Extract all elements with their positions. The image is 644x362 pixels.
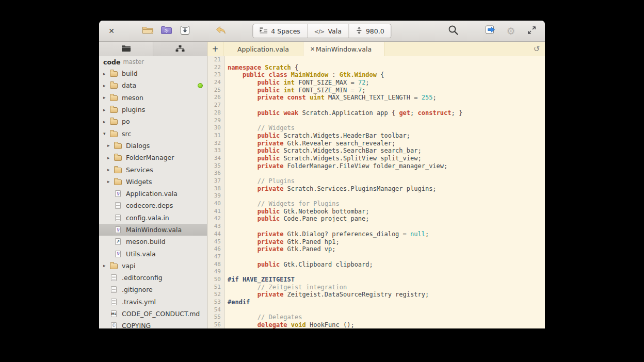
collapse-arrow-icon[interactable]: ▾ (103, 131, 110, 136)
code-line[interactable]: 22namespace Scratch { (207, 64, 545, 72)
tree-item-.travis.yml[interactable]: .travis.yml (99, 296, 207, 308)
save-button[interactable] (178, 24, 192, 38)
code-line[interactable]: 28 public weak Scratch.Application app {… (207, 109, 545, 117)
code-line[interactable]: 45 private Gtk.Paned hp1; (207, 238, 545, 246)
code-line[interactable]: 49 (207, 268, 545, 276)
tab-Application.vala[interactable]: Application.vala (223, 42, 303, 56)
tree-item-config.vala.in[interactable]: config.vala.in (99, 212, 207, 224)
expand-arrow-icon[interactable]: ▸ (107, 179, 114, 184)
format-button-lineheight[interactable]: 980.0 (349, 24, 391, 38)
search-button[interactable] (446, 24, 460, 38)
tree-item-meson[interactable]: ▸meson (99, 92, 207, 104)
header-toolbar: ✕ 4 Spaces</>Vala980.0 ⚙ (99, 21, 545, 42)
expand-arrow-icon[interactable]: ▸ (103, 83, 110, 88)
open-file-button[interactable] (140, 24, 155, 38)
code-line[interactable]: 25 public int FONT_SIZE_MIN = 7; (207, 87, 545, 94)
code-line[interactable]: 33 public Scratch.Widgets.SearchBar sear… (207, 147, 545, 155)
code-line[interactable]: 40 // Widgets for Plugins (207, 200, 545, 208)
code-line[interactable]: 55 // Delegates (207, 314, 545, 321)
tree-item-.editorconfig[interactable]: .editorconfig (99, 272, 207, 284)
expand-arrow-icon[interactable]: ▸ (107, 155, 114, 160)
code-line[interactable]: 36 (207, 170, 545, 177)
tree-item-vapi[interactable]: ▸vapi (99, 260, 207, 272)
code-line[interactable]: 42 public Code.Pane project_pane; (207, 215, 545, 223)
code-line[interactable]: 39 (207, 192, 545, 200)
code-line[interactable]: 23 public class MainWindow : Gtk.Window … (207, 71, 545, 79)
tree-item-data[interactable]: ▸data (99, 79, 207, 91)
tree-item-CODE_OF_CONDUCT.md[interactable]: CODE_OF_CONDUCT.md (99, 308, 207, 320)
templates-button[interactable] (159, 24, 173, 38)
code-text: private Scratch.Services.PluginsManager … (225, 185, 437, 193)
code-line[interactable]: 50#if HAVE_ZEITGEIST (207, 276, 545, 284)
tree-item-.gitignore[interactable]: .gitignore (99, 284, 207, 295)
tree-item-COPYING[interactable]: COPYING (99, 320, 207, 328)
tree-item-Utils.vala[interactable]: Utils.vala (99, 248, 207, 259)
undo-button[interactable] (214, 24, 228, 38)
code-line[interactable]: 54 (207, 306, 545, 314)
code-line[interactable]: 53#endif (207, 299, 545, 306)
code-line[interactable]: 32 private Gtk.Revealer search_revealer; (207, 140, 545, 147)
tree-item-Services[interactable]: ▸Services (99, 163, 207, 175)
expand-arrow-icon[interactable]: ▸ (103, 263, 110, 268)
settings-button[interactable]: ⚙ (504, 24, 518, 38)
code-line[interactable]: 30 // Widgets (207, 124, 545, 132)
files-view-button[interactable] (99, 42, 153, 56)
code-line[interactable]: 48 public Gtk.Clipboard clipboard; (207, 261, 545, 269)
code-line[interactable]: 24 public int FONT_SIZE_MAX = 72; (207, 79, 545, 87)
tree-item-po[interactable]: ▸po (99, 116, 207, 127)
tree-item-build[interactable]: ▸build (99, 68, 207, 79)
tree-item-FolderManager[interactable]: ▸FolderManager (99, 152, 207, 163)
tree-item-label: vapi (122, 262, 135, 270)
tree-item-codecore.deps[interactable]: codecore.deps (99, 200, 207, 211)
code-line[interactable]: 44 private Gtk.Dialog? preferences_dialo… (207, 231, 545, 238)
code-text: private Gtk.Revealer search_revealer; (225, 140, 395, 147)
line-number: 21 (207, 56, 225, 64)
expand-arrow-icon[interactable]: ▸ (103, 107, 110, 112)
modified-badge (198, 83, 203, 88)
expand-arrow-icon[interactable]: ▸ (103, 71, 110, 76)
code-line[interactable]: 43 (207, 223, 545, 231)
code-line[interactable]: 35 private FolderManager.FileView folder… (207, 162, 545, 170)
code-line[interactable]: 34 public Scratch.Widgets.SplitView spli… (207, 155, 545, 162)
tree-item-src[interactable]: ▾src (99, 127, 207, 139)
line-number: 50 (207, 276, 225, 284)
tree-item-meson.build[interactable]: meson.build (99, 236, 207, 248)
tree-item-Widgets[interactable]: ▸Widgets (99, 176, 207, 188)
code-line[interactable]: 56 delegate void HookFunc (); (207, 321, 545, 328)
expand-arrow-icon[interactable]: ▸ (107, 143, 114, 148)
code-line[interactable]: 26 private const uint MAX_SEARCH_TEXT_LE… (207, 94, 545, 102)
code-line[interactable]: 29 (207, 117, 545, 125)
new-tab-button[interactable]: + (207, 42, 223, 56)
expand-arrow-icon[interactable]: ▸ (103, 95, 110, 100)
code-line[interactable]: 46 private Gtk.Paned vp; (207, 245, 545, 253)
code-line[interactable]: 51 // Zeitgeist integration (207, 284, 545, 291)
code-line[interactable]: 47 (207, 253, 545, 261)
code-line[interactable]: 38 private Scratch.Services.PluginsManag… (207, 185, 545, 193)
code-line[interactable]: 41 public Gtk.Notebook bottombar; (207, 208, 545, 216)
tree-item-Dialogs[interactable]: ▸Dialogs (99, 140, 207, 152)
tab-close-icon[interactable]: ✕ (310, 46, 315, 53)
format-button-indent[interactable]: 4 Spaces (253, 24, 308, 38)
source-editor[interactable]: 2122namespace Scratch {23 public class M… (207, 56, 545, 328)
share-button[interactable] (483, 24, 497, 38)
project-header[interactable]: code master (99, 56, 207, 68)
code-line[interactable]: 21 (207, 56, 545, 64)
code-line[interactable]: 37 // Plugins (207, 177, 545, 185)
folder-icon (121, 44, 131, 54)
expand-arrow-icon[interactable]: ▸ (107, 167, 114, 172)
expand-arrow-icon[interactable]: ▸ (103, 119, 110, 124)
code-line[interactable]: 31 public Scratch.Widgets.HeaderBar tool… (207, 132, 545, 140)
code-line[interactable]: 27 (207, 102, 545, 109)
code-line[interactable]: 52 private Zeitgeist.DataSourceRegistry … (207, 291, 545, 299)
outline-view-button[interactable] (153, 42, 207, 56)
fullscreen-button[interactable] (524, 24, 539, 38)
tree-item-Application.vala[interactable]: Application.vala (99, 188, 207, 200)
tree-item-MainWindow.vala[interactable]: MainWindow.vala (99, 224, 207, 236)
history-button[interactable]: ↺ (528, 42, 545, 56)
format-button-code[interactable]: </>Vala (308, 24, 349, 38)
format-button-label: 4 Spaces (271, 27, 300, 35)
tree-item-plugins[interactable]: ▸plugins (99, 104, 207, 116)
code-text (225, 102, 228, 109)
tab-MainWindow.vala[interactable]: ✕MainWindow.vala (303, 42, 384, 56)
window-close-button[interactable]: ✕ (104, 24, 119, 38)
